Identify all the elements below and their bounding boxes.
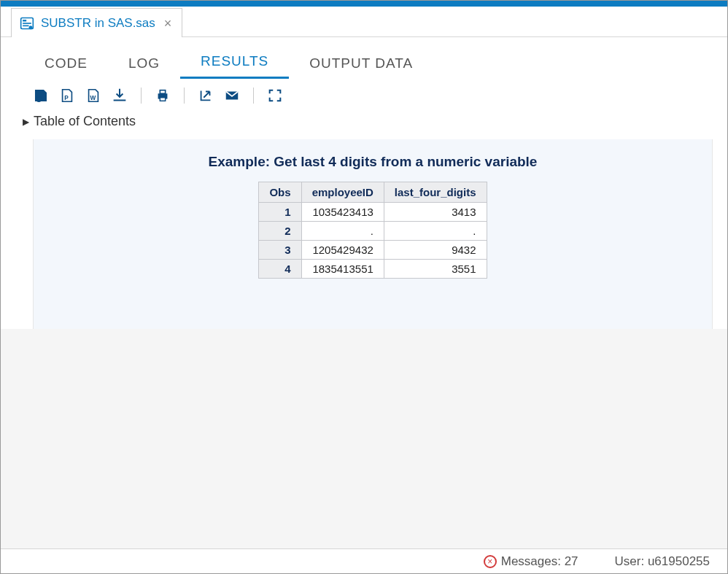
col-header-obs: Obs (259, 182, 301, 203)
open-rtf-icon[interactable]: W (85, 88, 101, 104)
print-icon[interactable] (155, 88, 171, 104)
email-icon[interactable] (224, 88, 240, 104)
cell-last-four: 9432 (384, 241, 487, 260)
file-tab-strip: SUBSTR in SAS.sas × (1, 7, 727, 37)
file-tab-label: SUBSTR in SAS.sas (41, 16, 155, 31)
cell-last-four: 3551 (384, 260, 487, 279)
cell-employeeid: 1835413551 (301, 260, 384, 279)
table-of-contents-toggle[interactable]: ▶ Table of Contents (1, 108, 727, 135)
cell-obs: 1 (259, 203, 301, 222)
table-row: 4 1835413551 3551 (259, 260, 487, 279)
fullscreen-icon[interactable] (267, 88, 283, 104)
tab-code[interactable]: CODE (24, 51, 108, 79)
cell-employeeid: . (301, 222, 384, 241)
cell-last-four: 3413 (384, 203, 487, 222)
svg-text:P: P (64, 95, 69, 101)
toc-label: Table of Contents (34, 114, 136, 129)
tab-results[interactable]: RESULTS (180, 49, 289, 79)
tab-output-data[interactable]: OUTPUT DATA (289, 51, 433, 79)
messages-button[interactable]: × Messages: 27 (484, 554, 578, 569)
new-window-icon[interactable] (198, 88, 214, 104)
open-html-icon[interactable] (33, 88, 49, 104)
cell-last-four: . (384, 222, 487, 241)
cell-employeeid: 1205429432 (301, 241, 384, 260)
toolbar-separator (253, 88, 254, 104)
close-icon[interactable]: × (164, 17, 172, 30)
error-icon: × (484, 555, 497, 568)
sas-program-icon (19, 15, 35, 31)
caret-right-icon: ▶ (23, 117, 29, 127)
col-header-employeeid: employeeID (301, 182, 384, 203)
subtab-row: CODE LOG RESULTS OUTPUT DATA (1, 37, 727, 79)
tab-log[interactable]: LOG (108, 51, 180, 79)
cell-obs: 2 (259, 222, 301, 241)
toolbar-separator (184, 88, 185, 104)
cell-obs: 4 (259, 260, 301, 279)
status-bar: × Messages: 27 User: u61950255 (1, 548, 727, 573)
cell-employeeid: 1035423413 (301, 203, 384, 222)
svg-rect-1 (23, 20, 26, 22)
svg-rect-2 (23, 23, 31, 24)
svg-text:W: W (90, 95, 96, 101)
col-header-last-four: last_four_digits (384, 182, 487, 203)
user-label: User: u61950255 (615, 554, 710, 569)
cell-obs: 3 (259, 241, 301, 260)
table-row: 3 1205429432 9432 (259, 241, 487, 260)
editor-pane: CODE LOG RESULTS OUTPUT DATA P W (1, 37, 727, 329)
svg-rect-10 (160, 98, 165, 101)
svg-rect-9 (160, 90, 165, 94)
messages-label: Messages: 27 (501, 554, 578, 569)
table-row: 2 . . (259, 222, 487, 241)
table-row: 1 1035423413 3413 (259, 203, 487, 222)
svg-point-4 (29, 26, 33, 29)
results-toolbar: P W (1, 79, 727, 108)
svg-rect-3 (23, 25, 28, 26)
proc-print-title: Example: Get last 4 digits from a numeri… (41, 154, 705, 170)
results-output-area: Example: Get last 4 digits from a numeri… (33, 139, 713, 329)
file-tab-substr[interactable]: SUBSTR in SAS.sas × (11, 8, 182, 37)
download-icon[interactable] (112, 88, 128, 104)
open-pdf-icon[interactable]: P (59, 88, 75, 104)
toolbar-separator (141, 88, 142, 104)
window-accent-bar (1, 1, 727, 7)
results-table: Obs employeeID last_four_digits 1 103542… (258, 182, 487, 279)
